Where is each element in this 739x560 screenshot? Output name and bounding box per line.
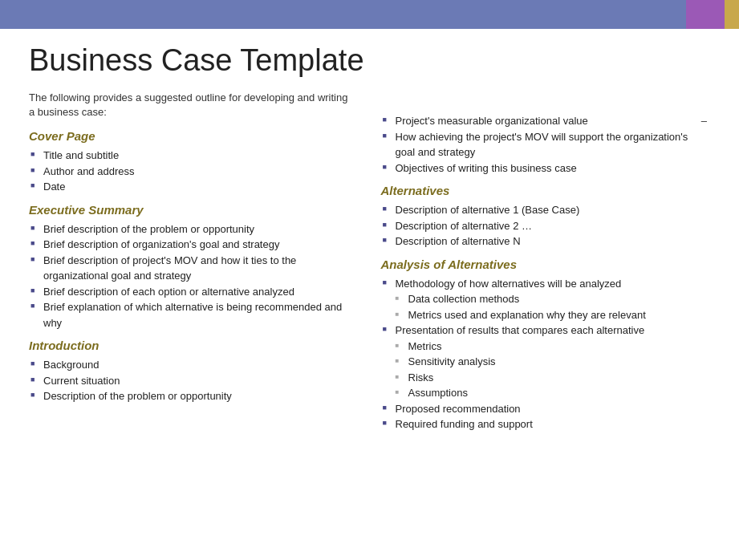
two-column-layout: The following provides a suggested outli… [29, 91, 707, 437]
right-column: Project's measurable organizational valu… [381, 91, 708, 437]
executive-summary-section: Executive Summary Brief description of t… [29, 203, 355, 331]
list-item: Date [29, 179, 355, 195]
list-item: Risks [381, 370, 708, 386]
cover-page-heading: Cover Page [29, 129, 355, 143]
list-item: How achieving the project's MOV will sup… [381, 129, 708, 160]
intro-text: The following provides a suggested outli… [29, 91, 355, 120]
list-item: Metrics [381, 339, 708, 355]
alternatives-list: Description of alternative 1 (Base Case)… [381, 202, 708, 250]
list-item: Brief description of each option or alte… [29, 284, 355, 300]
top-bar-gold [725, 0, 739, 29]
list-item: Assumptions [381, 385, 708, 401]
introduction-section: Introduction Background Current situatio… [29, 339, 355, 404]
list-item: Proposed recommendation [381, 401, 708, 417]
list-item: Metrics used and explanation why they ar… [381, 307, 708, 323]
list-item: Objectives of writing this business case [381, 160, 708, 177]
top-bar-blue [0, 0, 686, 29]
list-item: Brief description of the problem or oppo… [29, 221, 355, 237]
analysis-of-alternatives-section: Analysis of Alternatives Methodology of … [381, 258, 708, 432]
executive-summary-heading: Executive Summary [29, 203, 355, 217]
list-item: Methodology of how alternatives will be … [381, 276, 708, 292]
list-item: Brief description of project's MOV and h… [29, 253, 355, 284]
list-item: Title and subtitle [29, 148, 355, 164]
top-bar [0, 0, 739, 29]
top-bar-purple [686, 0, 725, 29]
alternatives-section: Alternatives Description of alternative … [381, 184, 708, 250]
introduction-heading: Introduction [29, 339, 355, 352]
introduction-list: Background Current situation Description… [29, 357, 355, 404]
list-item: Presentation of results that compares ea… [381, 323, 708, 339]
list-item: Required funding and support [381, 416, 708, 432]
main-content: Business Case Template The following pro… [0, 29, 739, 452]
list-item: Description of alternative 2 … [381, 218, 708, 234]
page-title: Business Case Template [29, 43, 707, 78]
list-item: Description of the problem or opportunit… [29, 388, 355, 404]
cover-page-section: Cover Page Title and subtitle Author and… [29, 129, 355, 195]
left-column: The following provides a suggested outli… [29, 91, 355, 437]
list-item: Current situation [29, 373, 355, 389]
list-item: Description of alternative N [381, 233, 708, 250]
executive-summary-list: Brief description of the problem or oppo… [29, 221, 355, 331]
analysis-heading: Analysis of Alternatives [381, 258, 708, 271]
analysis-list: Methodology of how alternatives will be … [381, 276, 708, 432]
list-item: Author and address [29, 164, 355, 180]
list-item: Sensitivity analysis [381, 354, 708, 370]
cover-page-list: Title and subtitle Author and address Da… [29, 148, 355, 195]
list-item: Brief description of organization's goal… [29, 237, 355, 253]
alternatives-heading: Alternatives [381, 184, 708, 197]
list-item: Background [29, 357, 355, 373]
list-item: Description of alternative 1 (Base Case) [381, 202, 708, 218]
list-item: Project's measurable organizational valu… [381, 113, 708, 129]
list-item: Brief explanation of which alternative i… [29, 299, 355, 331]
top-items-list: Project's measurable organizational valu… [381, 113, 708, 176]
list-item: Data collection methods [381, 291, 708, 307]
